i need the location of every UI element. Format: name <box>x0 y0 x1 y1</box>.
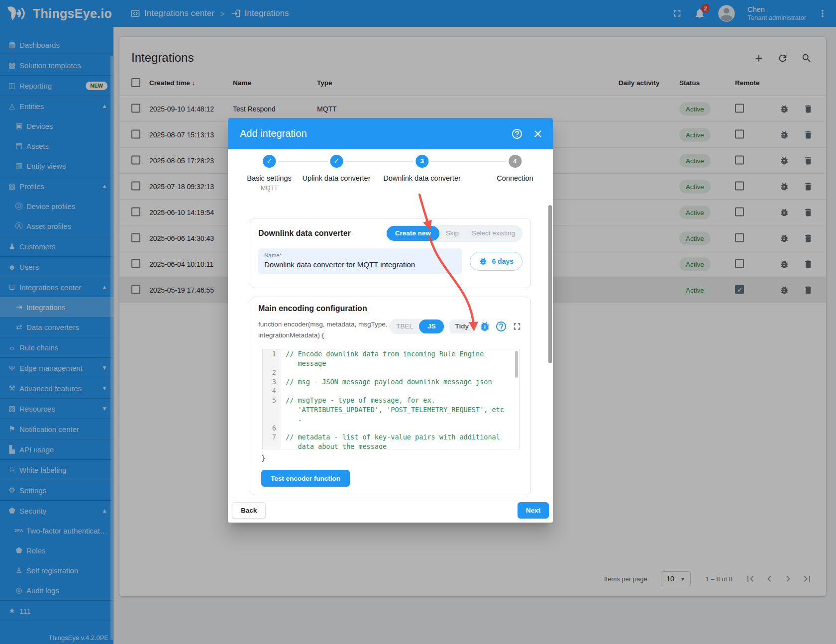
code-line: 4 <box>263 386 519 396</box>
section-title: Downlink data converter <box>258 229 351 238</box>
line-number <box>263 442 281 449</box>
downlink-converter-section: Downlink data converter Create newSkipSe… <box>250 218 531 288</box>
stepper-step-downlink-data-converter[interactable]: 3Downlink data converter <box>383 155 461 182</box>
line-number: 4 <box>263 386 281 396</box>
code-line: 5// msgType - type of message, for ex. <box>263 396 519 405</box>
lang-tbel[interactable]: TBEL <box>390 319 419 334</box>
dialog-stepper: ✓Basic settingsMQTT✓Uplink data converte… <box>248 155 533 203</box>
stepper-step-connection[interactable]: 4Connection <box>497 155 533 182</box>
name-field-value: Downlink data converter for MQTT integra… <box>264 260 456 269</box>
help-icon <box>495 321 507 332</box>
add-integration-dialog: Add integration ✓Basic settingsMQTT✓Upli… <box>228 118 553 523</box>
line-text: // metadata - list of key-value pairs wi… <box>281 432 500 442</box>
line-text: . <box>281 414 302 424</box>
line-number: 1 <box>263 349 281 359</box>
step-check-icon: ✓ <box>263 155 276 168</box>
stepper-step-uplink-data-converter[interactable]: ✓Uplink data converter <box>302 155 370 182</box>
dialog-title: Add integration <box>240 128 307 139</box>
line-text: 'ATTRIBUTES_UPDATED', 'POST_TELEMETRY_RE… <box>281 405 504 415</box>
code-line: data about the message <box>263 442 519 449</box>
line-number <box>263 414 281 424</box>
converter-mode-toggle: Create newSkipSelect existing <box>386 225 522 242</box>
test-encoder-button[interactable]: Test encoder function <box>261 470 350 487</box>
fullscreen-icon <box>512 321 522 332</box>
debug-duration-button[interactable]: 6 days <box>470 252 522 271</box>
code-line: 1// Encode downlink data from incoming R… <box>263 349 519 359</box>
stepper-step-basic-settings[interactable]: ✓Basic settingsMQTT <box>247 155 291 192</box>
help-icon <box>511 128 523 140</box>
code-line: . <box>263 414 519 424</box>
close-icon <box>532 128 544 140</box>
next-button[interactable]: Next <box>518 502 549 519</box>
code-line: 6 <box>263 424 519 433</box>
line-text <box>281 386 286 396</box>
line-number: 7 <box>263 432 281 442</box>
segment-skip[interactable]: Skip <box>439 225 465 242</box>
line-text <box>281 368 286 377</box>
line-text <box>281 424 286 433</box>
encoder-signature: function encoder(msg, metadata, msgType,… <box>258 319 388 341</box>
converter-name-field[interactable]: Name* Downlink data converter for MQTT i… <box>258 248 462 274</box>
script-language-toggle: TBELJS <box>389 319 445 334</box>
line-number <box>263 359 281 368</box>
line-text: data about the message <box>281 442 387 449</box>
encoding-configuration-section: Main encoding configuration function enc… <box>250 297 531 495</box>
code-line: 2 <box>263 368 519 377</box>
encoding-title: Main encoding configuration <box>258 304 522 313</box>
line-text: // msg - JSON message payload downlink m… <box>281 377 492 387</box>
line-text: message <box>281 359 326 368</box>
back-button[interactable]: Back <box>232 502 266 519</box>
step-label: Connection <box>497 174 533 182</box>
closing-brace: } <box>261 454 265 462</box>
line-number: 3 <box>263 377 281 387</box>
tidy-button[interactable]: Tidy <box>449 320 474 333</box>
code-line: 3// msg - JSON message payload downlink … <box>263 377 519 387</box>
dialog-help-button[interactable] <box>511 128 523 140</box>
segment-create-new[interactable]: Create new <box>387 226 439 241</box>
dialog-header: Add integration <box>228 118 553 149</box>
line-number <box>263 405 281 415</box>
segment-select-existing[interactable]: Select existing <box>465 225 522 242</box>
line-number: 6 <box>263 424 281 433</box>
line-text: // msgType - type of message, for ex. <box>281 396 435 405</box>
line-number: 2 <box>263 368 281 377</box>
editor-fullscreen-button[interactable] <box>512 321 522 332</box>
lang-js[interactable]: JS <box>419 320 444 333</box>
debug-encoder-button[interactable] <box>479 321 491 332</box>
step-check-icon: ✓ <box>330 155 343 168</box>
bug-icon <box>479 321 491 332</box>
dialog-close-button[interactable] <box>532 128 544 140</box>
line-text: // Encode downlink data from incoming Ru… <box>281 349 484 359</box>
code-line: 7// metadata - list of key-value pairs w… <box>263 432 519 442</box>
step-number: 3 <box>416 155 428 168</box>
step-label: Uplink data converter <box>302 174 370 182</box>
step-sublabel: MQTT <box>247 185 291 192</box>
step-number: 4 <box>509 155 522 168</box>
code-line: 'ATTRIBUTES_UPDATED', 'POST_TELEMETRY_RE… <box>263 405 519 415</box>
step-label: Basic settings <box>247 174 291 182</box>
debug-duration-label: 6 days <box>492 257 514 265</box>
encoder-help-button[interactable] <box>495 321 507 332</box>
name-field-label: Name* <box>264 252 456 258</box>
editor-scrollbar[interactable] <box>515 351 518 378</box>
bug-icon <box>479 257 488 266</box>
dialog-scrollbar[interactable] <box>548 205 552 363</box>
line-number: 5 <box>263 396 281 405</box>
code-editor[interactable]: 1// Encode downlink data from incoming R… <box>262 349 520 449</box>
code-line: message <box>263 359 519 368</box>
step-label: Downlink data converter <box>383 174 461 182</box>
dialog-footer: Back Next <box>228 498 553 523</box>
